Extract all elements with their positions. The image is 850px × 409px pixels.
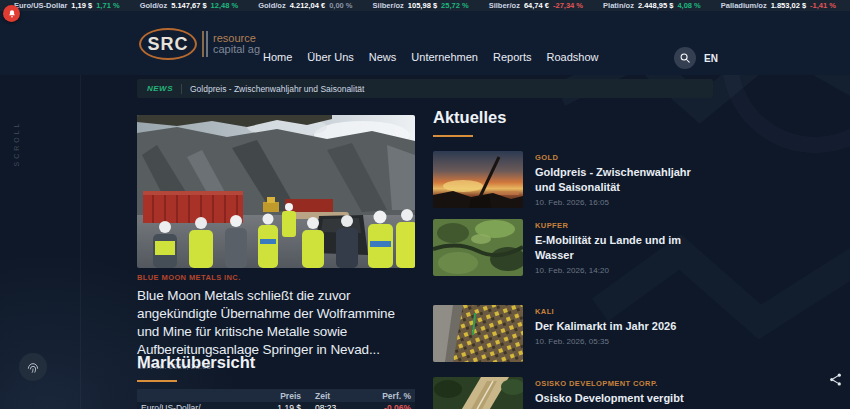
ticker-value: 64,74 €: [524, 1, 549, 10]
breadcrumb: NEWS Goldpreis - Zwischenwahljahr und Sa…: [137, 79, 713, 98]
markt-col-perf: Perf. %: [353, 391, 411, 401]
news-item-osisko[interactable]: OSISKO DEVELOPMENT CORP. Osisko Developm…: [433, 377, 713, 409]
ticker-label: Silber/oz: [373, 1, 404, 10]
news-date: 10. Feb. 2026, 16:05: [535, 198, 713, 207]
ticker-value: 5.147,67 $: [171, 1, 206, 10]
markt-table-header: Preis Zeit Perf. %: [137, 389, 415, 402]
featured-article-image[interactable]: [137, 115, 415, 268]
fingerprint-icon: [25, 359, 41, 375]
news-date: 10. Feb. 2026, 05:35: [535, 337, 713, 346]
news-title[interactable]: Osisko Development vergibt Auftrag für P…: [535, 391, 713, 409]
ticker-change: 25,72 %: [441, 1, 469, 10]
news-item-kupfer[interactable]: KUPFER E-Mobilität zu Lande und im Wasse…: [433, 219, 713, 276]
scroll-indicator-label: SCROLL: [13, 120, 20, 166]
nav-item-reports[interactable]: Reports: [493, 51, 532, 63]
markt-table: Preis Zeit Perf. % Euro/US-Dollar/ 1,19 …: [137, 389, 415, 409]
ticker-change: 1,71 %: [96, 1, 119, 10]
search-button[interactable]: [674, 47, 696, 69]
ticker-value: 4.212,04 €: [290, 1, 325, 10]
ticker-change: -1,41 %: [810, 1, 836, 10]
marktuebersicht-section: Marktübersicht Preis Zeit Perf. % Euro/U…: [137, 353, 415, 409]
aktuelles-heading: Aktuelles: [433, 108, 713, 127]
commodity-ticker-bar: Euro/US-Dollar 1,19 $ 1,71 % Gold/oz 5.1…: [0, 0, 850, 11]
search-icon: [679, 52, 691, 64]
ticker-item[interactable]: Gold/oz 4.212,04 € 0,00 %: [258, 1, 352, 10]
markt-col-preis: Preis: [251, 391, 301, 401]
news-item-gold[interactable]: GOLD Goldpreis - Zwischenwahljahr und Sa…: [433, 151, 713, 208]
site-header: SRC resource capital ag Home Über Uns Ne…: [0, 11, 850, 75]
ticker-item[interactable]: Gold/oz 5.147,67 $ 12,48 %: [140, 1, 238, 10]
ticker-value: 1,19 $: [71, 1, 92, 10]
ticker-item[interactable]: Platin/oz 2.448,95 $ 4,08 %: [603, 1, 701, 10]
ticker-label: Gold/oz: [140, 1, 168, 10]
logo-oval: SRC: [139, 28, 197, 60]
main-nav: Home Über Uns News Unternehmen Reports R…: [263, 51, 599, 63]
share-button[interactable]: [824, 368, 846, 390]
news-item-text: KALI Der Kalimarkt im Jahr 2026 10. Feb.…: [535, 305, 713, 362]
news-thumbnail-sunset-rig[interactable]: [433, 151, 523, 208]
ticker-item[interactable]: Silber/oz 105,98 $ 25,72 %: [373, 1, 469, 10]
ticker-change: -27,34 %: [553, 1, 583, 10]
aktuelles-underline: [433, 135, 473, 137]
nav-item-news[interactable]: News: [369, 51, 397, 63]
markt-cell-preis: 1,19 $: [251, 403, 301, 409]
breadcrumb-divider: [181, 84, 182, 94]
logo[interactable]: SRC resource capital ag: [139, 28, 260, 60]
logo-words: resource capital ag: [213, 33, 260, 55]
page-root: Euro/US-Dollar 1,19 $ 1,71 % Gold/oz 5.1…: [0, 0, 850, 409]
ticker-value: 2.448,95 $: [638, 1, 673, 10]
ticker-label: Euro/US-Dollar: [14, 1, 67, 10]
logo-divider: [202, 31, 208, 57]
featured-category: BLUE MOON METALS INC.: [137, 273, 415, 282]
markt-underline: [137, 380, 177, 382]
markt-heading: Marktübersicht: [137, 353, 415, 372]
news-title[interactable]: E-Mobilität zu Lande und im Wasser: [535, 233, 713, 263]
ticker-value: 1.853,02 $: [771, 1, 806, 10]
markt-cell-perf: -0,06%: [353, 403, 411, 409]
markt-table-row[interactable]: Euro/US-Dollar/ 1,19 $ 08:23 -0,06%: [137, 402, 415, 409]
news-list: GOLD Goldpreis - Zwischenwahljahr und Sa…: [433, 151, 713, 409]
ticker-item[interactable]: Silber/oz 64,74 € -27,34 %: [489, 1, 583, 10]
news-thumbnail-green-aerial[interactable]: [433, 219, 523, 276]
news-thumbnail-forest-aerial[interactable]: [433, 377, 523, 409]
markt-col-zeit: Zeit: [301, 391, 353, 401]
news-category: KALI: [535, 307, 713, 316]
news-item-text: GOLD Goldpreis - Zwischenwahljahr und Sa…: [535, 151, 713, 208]
markt-cell-zeit: 08:23: [301, 403, 353, 409]
featured-title[interactable]: Blue Moon Metals schließt die zuvor ange…: [137, 287, 415, 359]
news-item-text: KUPFER E-Mobilität zu Lande und im Wasse…: [535, 219, 713, 276]
ticker-change: 12,48 %: [211, 1, 239, 10]
logo-text: SRC: [147, 34, 188, 55]
bell-icon: [7, 9, 17, 19]
news-category: KUPFER: [535, 221, 713, 230]
nav-item-home[interactable]: Home: [263, 51, 292, 63]
ticker-value: 105,98 $: [408, 1, 437, 10]
nav-item-roadshow[interactable]: Roadshow: [547, 51, 599, 63]
aktuelles-section: Aktuelles: [433, 108, 713, 409]
news-item-text: OSISKO DEVELOPMENT CORP. Osisko Developm…: [535, 377, 713, 409]
share-icon: [828, 372, 843, 387]
ticker-label: Silber/oz: [489, 1, 520, 10]
ticker-label: Palladium/oz: [721, 1, 767, 10]
ticker-label: Gold/oz: [258, 1, 286, 10]
fingerprint-button[interactable]: [19, 353, 47, 381]
notification-bell-button[interactable]: [3, 5, 20, 22]
language-switcher[interactable]: EN: [704, 53, 718, 64]
news-title[interactable]: Der Kalimarkt im Jahr 2026: [535, 319, 713, 334]
ticker-change: 0,00 %: [329, 1, 352, 10]
logo-line2: capital ag: [213, 44, 260, 55]
featured-article[interactable]: BLUE MOON METALS INC. Blue Moon Metals s…: [137, 115, 415, 371]
news-thumbnail-farmland[interactable]: [433, 305, 523, 362]
ticker-item[interactable]: Euro/US-Dollar 1,19 $ 1,71 %: [14, 1, 120, 10]
news-date: 10. Feb. 2026, 14:20: [535, 266, 713, 275]
ticker-label: Platin/oz: [603, 1, 634, 10]
news-category: OSISKO DEVELOPMENT CORP.: [535, 379, 713, 388]
breadcrumb-section[interactable]: NEWS: [147, 84, 173, 93]
news-title[interactable]: Goldpreis - Zwischenwahljahr und Saisona…: [535, 165, 713, 195]
nav-item-unternehmen[interactable]: Unternehmen: [411, 51, 478, 63]
ticker-change: 4,08 %: [677, 1, 700, 10]
nav-item-ueber-uns[interactable]: Über Uns: [307, 51, 353, 63]
ticker-item[interactable]: Palladium/oz 1.853,02 $ -1,41 %: [721, 1, 836, 10]
news-item-kali[interactable]: KALI Der Kalimarkt im Jahr 2026 10. Feb.…: [433, 305, 713, 362]
breadcrumb-title: Goldpreis - Zwischenwahljahr und Saisona…: [190, 84, 364, 94]
